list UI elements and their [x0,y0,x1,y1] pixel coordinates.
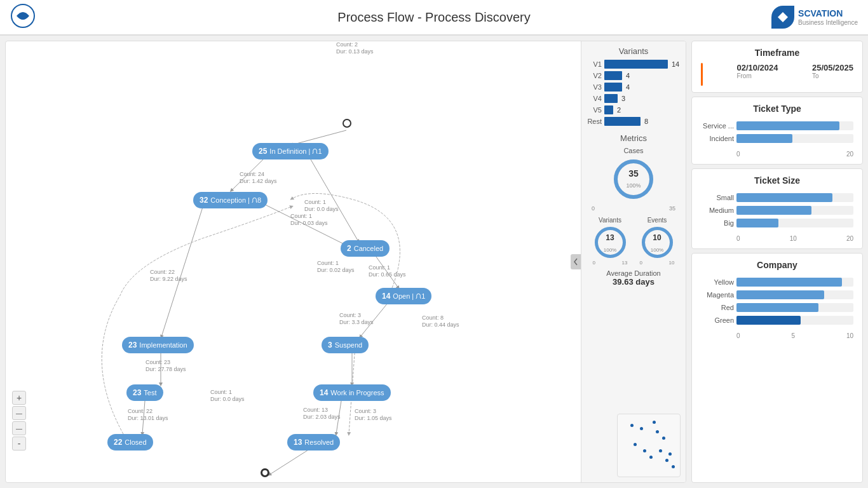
ticket-type-card: Ticket Type Service ... Incident 020 [691,97,863,165]
company-yellow-row: Yellow [701,278,853,287]
svg-marker-1 [778,12,788,22]
edge-label-13: Count: 13Dur: 2.03 days [303,407,341,421]
ticket-big-label: Big [701,219,734,227]
ticket-big-row: Big [701,219,853,227]
node-implementation[interactable]: 23 Implementation [122,337,194,353]
start-node [342,119,351,128]
ticket-small-fill [736,193,832,202]
company-green-label: Green [701,316,734,324]
zoom-in-button[interactable]: + [12,391,26,405]
timeframe-card: Timeframe 02/10/2024 From 25/05/2025 To [691,41,863,93]
company-red-label: Red [701,304,734,311]
edge-label-8: Count: 3Dur: 3.3 days [339,312,374,326]
process-panel: 25 In Definition | ᙁ1 32 Conception | ᙁ8… [5,41,686,483]
node-closed[interactable]: 22 Closed [107,434,153,451]
ticket-type-axis: 020 [701,151,853,158]
ticket-medium-fill [736,206,811,215]
node-open[interactable]: 14 Open | ᙁ1 [376,288,431,304]
node-in-definition[interactable]: 25 In Definition | ᙁ1 [252,143,329,159]
ticket-type-service-row: Service ... [701,121,853,130]
company-card: Company Yellow Magenta Red [691,253,863,483]
flow-area: 25 In Definition | ᙁ1 32 Conception | ᙁ8… [6,41,581,482]
edge-label-9: Count: 2Dur: 0.13 days [336,41,374,55]
node-conception[interactable]: 32 Conception | ᙁ8 [193,192,268,208]
company-red-track [736,303,853,312]
variant-row-v2: V2 4 [587,71,681,80]
company-yellow-fill [736,278,842,287]
ticket-service-track [736,121,853,130]
tf-divider [701,63,703,86]
node-work-in-progress[interactable]: 14 Work in Progress [313,384,391,401]
variant-bar-rest [604,117,641,126]
from-date: 02/10/2024 [736,63,778,72]
ticket-big-fill [736,219,778,227]
cases-axis: 035 [587,205,681,212]
ticket-incident-label: Incident [701,135,734,142]
ticket-size-axis: 01020 [701,235,853,242]
edge-label-7: Count: 8Dur: 0.44 days [422,315,459,329]
to-label: To [812,72,853,79]
company-magenta-row: Magenta [701,290,853,299]
variant-bar-v4 [604,94,618,103]
brand-name: SCVATION [798,8,858,19]
node-suspend[interactable]: 3 Suspend [322,337,369,353]
variant-bar-v1 [604,60,668,69]
cases-gauge: 35 100% [611,157,656,201]
ticket-type-incident-row: Incident [701,134,853,143]
ticket-type-title: Ticket Type [701,104,853,114]
ticket-size-card: Ticket Size Small Medium Big [691,168,863,249]
cases-label: Cases [587,147,681,154]
app-logo [10,3,36,31]
right-panel: Timeframe 02/10/2024 From 25/05/2025 To … [691,41,863,483]
variants-gauge: 13 100% [593,225,628,260]
variants-events-row: Variants 13 100% 013 [587,217,681,266]
brand-icon [771,6,794,29]
avg-duration-section: Average Duration 39.63 days [587,269,681,287]
ticket-size-chart: Small Medium Big [701,191,853,234]
cases-gauge-row: 35 100% [587,157,681,201]
variants-gauge-container: Variants 13 100% 013 [593,217,628,266]
company-title: Company [701,260,853,270]
company-axis: 0510 [701,332,853,339]
ticket-small-track [736,193,853,202]
ticket-type-chart: Service ... Incident [701,119,853,149]
company-yellow-track [736,278,853,287]
zoom-line1-button[interactable]: — [12,406,26,420]
ticket-size-title: Ticket Size [701,175,853,186]
node-canceled[interactable]: 2 Canceled [341,240,390,257]
zoom-out-button[interactable]: - [12,437,26,451]
company-chart: Yellow Magenta Red [701,275,853,331]
ticket-big-track [736,219,853,227]
page-title: Process Flow - Process Discovery [337,10,530,25]
edge-label-3: Count: 1Dur: 0.03 days [290,213,328,227]
timeframe-to: 25/05/2025 To [812,63,853,79]
edge-label-1: Count: 24Dur: 1.42 days [240,171,277,185]
ticket-incident-fill [736,134,792,143]
variant-bar-v3 [604,83,622,92]
ticket-small-label: Small [701,194,734,201]
end-node [261,468,269,477]
company-magenta-fill [736,290,824,299]
company-red-row: Red [701,303,853,312]
events-gauge-label: Events [640,217,675,224]
zoom-line2-button[interactable]: — [12,421,26,435]
company-green-fill [736,316,801,325]
variant-row-v3: V3 4 [587,83,681,92]
edge-label-11: Count: 1Dur: 0.0 days [210,389,245,403]
node-resolved[interactable]: 13 Resolved [287,434,340,451]
toggle-panel-button[interactable] [571,254,581,269]
timeframe-row: 02/10/2024 From 25/05/2025 To [701,63,853,86]
ticket-medium-track [736,206,853,215]
events-gauge: 10 100% [640,225,675,260]
to-date: 25/05/2025 [812,63,853,72]
ticket-medium-row: Medium [701,206,853,215]
edge-label-5: Count: 1Dur: 0.02 days [317,260,355,274]
variant-row-rest: Rest 8 [587,117,681,126]
main-content: 25 In Definition | ᙁ1 32 Conception | ᙁ8… [0,36,868,488]
edge-label-4: Count: 22Dur: 9.22 days [150,269,187,283]
company-green-row: Green [701,316,853,325]
variant-row-v1: V1 14 [587,60,681,69]
avg-duration-label: Average Duration [587,269,681,277]
timeframe-from: 02/10/2024 From [736,63,778,79]
node-test[interactable]: 23 Test [126,384,163,401]
